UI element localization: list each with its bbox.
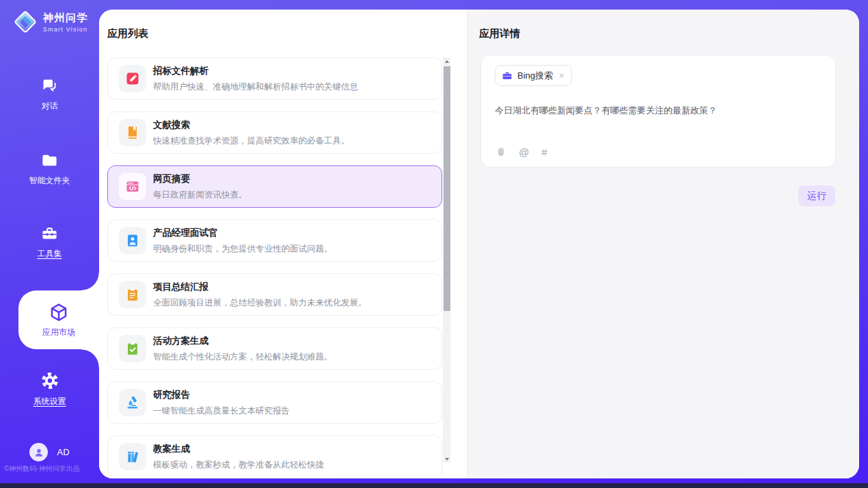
chat-icon	[40, 77, 59, 95]
sidebar-item-app-market[interactable]: 应用市场	[18, 290, 99, 349]
query-text[interactable]: 今日湖北有哪些新闻要点？有哪些需要关注的最新政策？	[495, 104, 822, 118]
copyright-text: ©神州数码·神州问学出品	[4, 464, 80, 474]
app-title: 文献搜索	[153, 119, 350, 131]
sidebar-item-chat[interactable]: 对话	[0, 77, 99, 112]
app-icon-container	[119, 65, 146, 92]
app-title: 教案生成	[153, 443, 324, 455]
app-title: 项目总结汇报	[153, 281, 367, 293]
user-account[interactable]: AD	[0, 443, 99, 461]
sidebar-item-smart-folder[interactable]: 智能文件夹	[0, 151, 99, 187]
sidebar-item-system-settings[interactable]: 系统设置	[0, 371, 99, 407]
app-title: 产品经理面试官	[153, 227, 333, 239]
gear-icon	[40, 371, 59, 390]
list-item-bid-document-parse[interactable]: 招标文件解析 帮助用户快速、准确地理解和解析招标书中的关键信息	[107, 57, 442, 100]
briefcase-icon	[502, 70, 513, 81]
app-title: 活动方案生成	[153, 335, 333, 347]
sidebar: 神州问学 Smart Vision 对话 智能文件夹	[0, 0, 99, 483]
input-toolbar: @ #	[496, 146, 547, 158]
brand-subtitle: Smart Vision	[43, 26, 88, 33]
list-item-project-summary-report[interactable]: 项目总结汇报 全面回顾项目进展，总结经验教训，助力未来优化发展。	[107, 273, 442, 316]
cube-icon	[49, 302, 69, 323]
list-item-lesson-plan-generation[interactable]: 教案生成 模板驱动，教案秒成，教学准备从此轻松快捷	[107, 435, 442, 478]
clipboard-check-icon	[124, 340, 141, 357]
brand-diamond-icon	[12, 9, 38, 35]
app-description: 模板驱动，教案秒成，教学准备从此轻松快捷	[153, 459, 324, 471]
bottom-edge-bar	[0, 483, 868, 488]
folder-icon	[40, 151, 59, 170]
attachment-icon[interactable]	[496, 147, 506, 158]
tag-close-icon[interactable]: ×	[559, 70, 565, 81]
tool-tag-bing-search[interactable]: Bing搜索 ×	[495, 65, 572, 86]
sidebar-item-label: 系统设置	[33, 396, 66, 407]
scroll-up-button[interactable]	[443, 57, 450, 65]
app-description: 帮助用户快速、准确地理解和解析招标书中的关键信息	[153, 81, 358, 93]
app-title: 研究报告	[153, 389, 290, 401]
list-item-webpage-summary[interactable]: 网页摘要 每日政府新闻资讯快查。	[107, 165, 442, 208]
sidebar-item-label: 工具集	[38, 248, 62, 260]
app-description: 每日政府新闻资讯快查。	[153, 189, 247, 201]
pen-square-icon	[124, 70, 141, 87]
scrollbar-track[interactable]	[443, 57, 450, 463]
run-button[interactable]: 运行	[798, 185, 835, 206]
app-icon-container	[119, 389, 146, 416]
interviewer-icon	[124, 232, 141, 249]
microscope-icon	[124, 394, 141, 411]
app-icon-container	[119, 335, 146, 362]
app-description: 全面回顾项目进展，总结经验教训，助力未来优化发展。	[153, 297, 367, 309]
user-initials: AD	[57, 447, 69, 457]
toolbox-icon	[40, 224, 59, 243]
scroll-down-icon	[445, 458, 449, 461]
webpage-code-icon	[124, 178, 141, 195]
app-window: 神州问学 Smart Vision 对话 智能文件夹	[0, 0, 868, 488]
app-description: 智能生成个性化活动方案，轻松解决规划难题。	[153, 351, 333, 363]
app-list-panel: 应用列表 招标文件解析 帮助用户快速、准确地理解和解析招标书中的关键信息	[99, 10, 467, 478]
clipboard-icon	[124, 286, 141, 303]
app-list-title: 应用列表	[107, 27, 148, 40]
list-item-literature-search[interactable]: 文献搜索 快速精准查找学术资源，提高研究效率的必备工具。	[107, 111, 442, 154]
scroll-up-icon	[445, 60, 449, 63]
app-icon-container	[119, 281, 146, 308]
scrollbar-thumb[interactable]	[444, 66, 450, 311]
sidebar-item-toolset[interactable]: 工具集	[0, 224, 99, 260]
avatar	[29, 443, 48, 461]
app-detail-title: 应用详情	[479, 27, 520, 40]
prompt-card: Bing搜索 × 今日湖北有哪些新闻要点？有哪些需要关注的最新政策？ @ #	[480, 55, 836, 167]
app-icon-container	[119, 119, 146, 146]
app-description: 一键智能生成高质量长文本研究报告	[153, 405, 290, 417]
list-item-pm-interviewer[interactable]: 产品经理面试官 明确身份和职责，为您提供专业性的面试问题。	[107, 219, 442, 262]
brand-name: 神州问学	[43, 12, 88, 25]
app-description: 明确身份和职责，为您提供专业性的面试问题。	[153, 243, 333, 255]
main-content: 应用列表 招标文件解析 帮助用户快速、准确地理解和解析招标书中的关键信息	[99, 10, 859, 478]
app-description: 快速精准查找学术资源，提高研究效率的必备工具。	[153, 135, 350, 147]
person-icon	[33, 446, 45, 459]
brand-logo: 神州问学 Smart Vision	[12, 9, 88, 35]
sidebar-item-label: 应用市场	[42, 327, 75, 338]
app-icon-container	[119, 227, 146, 254]
app-title: 网页摘要	[153, 173, 247, 185]
hash-icon[interactable]: #	[541, 146, 547, 158]
sidebar-item-label: 智能文件夹	[29, 175, 70, 187]
app-detail-panel: 应用详情 Bing搜索 × 今日湖北有哪些新闻要点？有哪些需要关注的最新政策？	[467, 10, 859, 478]
app-list: 招标文件解析 帮助用户快速、准确地理解和解析招标书中的关键信息 文献搜索	[107, 57, 442, 478]
app-title: 招标文件解析	[153, 65, 358, 77]
tool-tag-label: Bing搜索	[517, 70, 553, 82]
list-item-research-report[interactable]: 研究报告 一键智能生成高质量长文本研究报告	[107, 381, 442, 424]
list-item-event-plan-generation[interactable]: 活动方案生成 智能生成个性化活动方案，轻松解决规划难题。	[107, 327, 442, 370]
book-icon	[124, 124, 141, 141]
app-icon-container	[119, 173, 146, 200]
app-icon-container	[119, 443, 146, 470]
sidebar-item-label: 对话	[42, 100, 58, 112]
mention-icon[interactable]: @	[519, 146, 529, 158]
scroll-down-button[interactable]	[443, 455, 450, 463]
books-icon	[124, 448, 141, 465]
